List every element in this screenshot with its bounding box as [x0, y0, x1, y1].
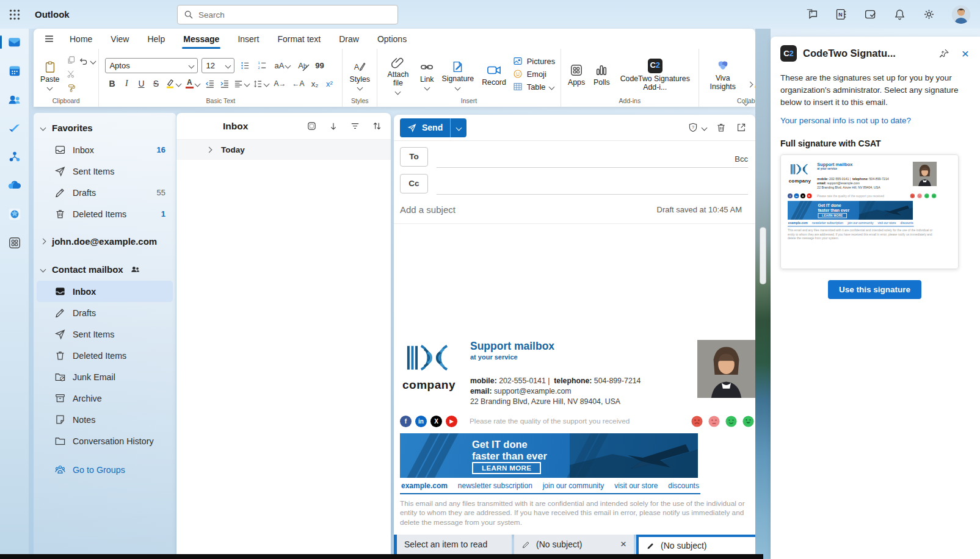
scrollbar-thumb[interactable]	[760, 227, 766, 284]
format-painter-icon[interactable]	[64, 82, 78, 94]
chat-icon[interactable]	[805, 8, 818, 21]
rail-calendar-icon[interactable]	[7, 63, 22, 78]
styles-button[interactable]: A Styles	[346, 58, 374, 90]
csat-happy-icon[interactable]	[725, 416, 737, 427]
filter-icon[interactable]	[350, 121, 360, 131]
linkedin-icon[interactable]: in	[794, 193, 799, 198]
csat-angry-icon[interactable]	[691, 416, 703, 427]
rail-org-explorer-icon[interactable]	[7, 150, 22, 164]
codetwo-addin-button[interactable]: C2 CodeTwo Signatures Add-i...	[615, 56, 695, 92]
mailbox-sent-items[interactable]: Sent Items	[37, 323, 173, 345]
tab-message[interactable]: Message	[174, 29, 228, 49]
footer-link[interactable]: example.com	[788, 222, 808, 225]
mailbox-conversation-history[interactable]: Conversation History	[37, 430, 173, 452]
link-button[interactable]: Link	[416, 58, 438, 90]
reading-pane-tab[interactable]: Select an item to read	[397, 535, 512, 554]
clear-formatting-icon[interactable]: Ab	[296, 60, 309, 72]
rail-addin-app-icon[interactable]	[7, 207, 22, 222]
send-button[interactable]: Send	[400, 118, 466, 137]
increase-indent-icon[interactable]	[217, 78, 231, 90]
tab-format-text[interactable]: Format text	[268, 29, 330, 49]
footer-link[interactable]: newsletter subscription	[458, 481, 532, 490]
footer-link[interactable]: join our community	[543, 481, 604, 490]
font-size-select[interactable]: 12	[201, 58, 234, 73]
search-input[interactable]: Search	[177, 5, 398, 24]
strikethrough-icon[interactable]: S	[149, 79, 162, 88]
footer-link[interactable]: join our community	[848, 222, 873, 225]
go-to-groups-link[interactable]: Go to Groups	[37, 459, 173, 480]
personal-info-link[interactable]: Your personal info is not up to date?	[780, 116, 969, 125]
font-name-select[interactable]: Aptos	[105, 58, 198, 73]
undo-icon[interactable]	[79, 56, 89, 66]
mailbox-inbox-selected[interactable]: Inbox	[37, 281, 173, 302]
csat-happy-icon[interactable]	[924, 193, 929, 198]
open-in-new-window-icon[interactable]	[736, 122, 747, 133]
to-button[interactable]: To	[400, 147, 428, 167]
message-body[interactable]: company Support mailbox at your service …	[394, 224, 755, 528]
footer-link[interactable]: discounts	[900, 222, 913, 225]
favorites-header[interactable]: Favorites	[34, 117, 176, 139]
superscript-icon[interactable]: x²	[322, 79, 336, 88]
csat-angry-icon[interactable]	[910, 193, 915, 198]
apps-button[interactable]: Apps	[564, 61, 589, 87]
csat-sad-icon[interactable]	[708, 416, 720, 427]
rail-onedrive-icon[interactable]	[7, 178, 22, 193]
rail-more-apps-icon[interactable]	[7, 236, 22, 250]
rail-mail-icon[interactable]	[7, 35, 22, 49]
tab-help[interactable]: Help	[138, 29, 174, 49]
cc-recipients-field[interactable]	[437, 172, 748, 195]
polls-button[interactable]: Polls	[590, 61, 614, 87]
csat-sad-icon[interactable]	[917, 193, 922, 198]
mailbox-junk-email[interactable]: Junk Email	[37, 366, 173, 388]
undo-dropdown-chevron[interactable]	[90, 58, 96, 64]
tab-view[interactable]: View	[101, 29, 138, 49]
mailbox-notes[interactable]: Notes	[37, 409, 173, 430]
copy-icon[interactable]	[64, 54, 78, 66]
italic-icon[interactable]: I	[120, 79, 133, 88]
attach-file-button[interactable]: Attach file	[380, 54, 416, 94]
viva-insights-button[interactable]: Viva Insights	[702, 57, 744, 92]
numbering-icon[interactable]: 12	[255, 60, 269, 72]
to-recipients-field[interactable]: Bcc	[437, 145, 748, 168]
cc-button[interactable]: Cc	[400, 174, 428, 193]
signature-button[interactable]: Signature	[438, 58, 478, 90]
send-options-chevron[interactable]	[451, 126, 466, 130]
footer-link[interactable]: visit our store	[614, 481, 658, 490]
tab-options[interactable]: Options	[368, 29, 416, 49]
bold-icon[interactable]: B	[105, 79, 118, 88]
right-to-left-icon[interactable]: ←A	[289, 79, 307, 88]
app-launcher-icon[interactable]	[8, 8, 21, 21]
linkedin-icon[interactable]: in	[415, 416, 427, 427]
decrease-indent-icon[interactable]	[203, 78, 216, 90]
footer-link[interactable]: newsletter subscription	[812, 222, 843, 225]
favorite-drafts[interactable]: Drafts 55	[37, 182, 173, 203]
account-header[interactable]: john.doe@example.com	[34, 230, 176, 253]
favorite-sent-items[interactable]: Sent Items	[37, 160, 173, 182]
tab-insert[interactable]: Insert	[228, 29, 268, 49]
use-signature-button[interactable]: Use this signature	[828, 280, 921, 299]
bcc-link[interactable]: Bcc	[735, 154, 748, 164]
pin-icon[interactable]	[939, 48, 949, 59]
x-twitter-icon[interactable]: X	[800, 193, 805, 198]
quote-icon[interactable]: 99	[313, 60, 326, 72]
signature-preview-card[interactable]: company Support mailbox at your service …	[780, 154, 959, 269]
close-tab-icon[interactable]: ×	[620, 538, 626, 550]
promo-banner[interactable]: Get IT donefaster than ever LEARN MORE	[400, 433, 698, 478]
facebook-icon[interactable]: f	[400, 416, 412, 427]
highlight-icon[interactable]	[164, 78, 182, 90]
emoji-button[interactable]: Emoji	[513, 69, 555, 79]
tab-draw[interactable]: Draw	[330, 29, 368, 49]
record-button[interactable]: Record	[478, 61, 510, 87]
draft-tab-1[interactable]: (No subject) ×	[514, 535, 634, 554]
underline-icon[interactable]: U	[134, 79, 148, 88]
favorite-inbox[interactable]: Inbox 16	[37, 139, 173, 160]
font-color-icon[interactable]: A	[183, 78, 201, 90]
mailbox-deleted-items[interactable]: Deleted Items	[37, 345, 173, 366]
x-twitter-icon[interactable]: X	[430, 416, 442, 427]
email-address[interactable]: support@example.com	[494, 387, 572, 395]
csat-very-happy-icon[interactable]	[742, 416, 754, 427]
select-messages-icon[interactable]	[307, 121, 317, 131]
sort-icon[interactable]	[372, 121, 382, 131]
footer-link[interactable]: discounts	[668, 481, 699, 490]
facebook-icon[interactable]: f	[788, 193, 793, 198]
